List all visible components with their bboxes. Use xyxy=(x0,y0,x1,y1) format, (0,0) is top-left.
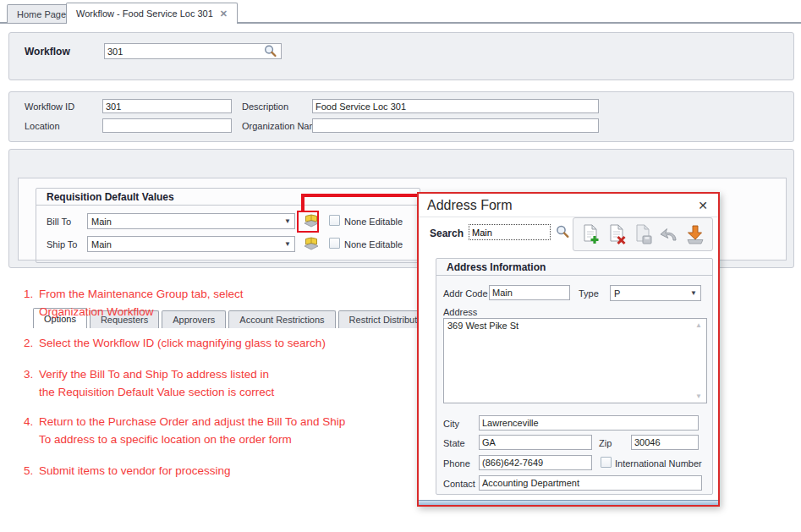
international-number-checkbox[interactable] xyxy=(601,457,612,468)
requisition-default-values-group: Requisition Default Values Bill To Main … xyxy=(36,188,420,263)
type-label: Type xyxy=(579,288,599,299)
phone-label: Phone xyxy=(443,458,470,469)
workflow-id-label: Workflow ID xyxy=(25,101,74,112)
ship-to-value: Main xyxy=(91,239,281,250)
bill-to-label: Bill To xyxy=(47,217,71,227)
workflow-search-input[interactable] xyxy=(104,43,282,59)
international-number-label: International Number xyxy=(615,458,702,469)
annotation-connector-vertical xyxy=(301,194,304,211)
zip-input[interactable] xyxy=(631,435,699,450)
search-icon[interactable] xyxy=(263,44,277,62)
state-label: State xyxy=(443,438,465,448)
description-input[interactable] xyxy=(312,99,599,113)
tab-home-page-label: Home Page xyxy=(17,9,66,19)
instruction-1: 1. From the Maintenance Group tab, selec… xyxy=(24,285,244,321)
address-textarea[interactable]: 369 West Pike St xyxy=(443,318,707,403)
zip-label: Zip xyxy=(599,438,612,448)
workflow-search-label: Workflow xyxy=(25,46,70,58)
contact-label: Contact xyxy=(443,479,475,489)
new-record-icon[interactable] xyxy=(579,222,601,247)
instruction-1-text: From the Maintenance Group tab, select O… xyxy=(39,285,244,321)
instruction-4-text: Return to the Purchase Order and adjust … xyxy=(39,413,345,448)
contact-input[interactable] xyxy=(479,475,702,491)
instruction-1-number: 1. xyxy=(24,285,39,321)
address-label: Address xyxy=(443,307,477,317)
tab-account-restrictions-label: Account Restrictions xyxy=(239,315,324,325)
scroll-down-icon[interactable]: ▼ xyxy=(695,392,702,400)
location-label: Location xyxy=(25,121,60,131)
ship-to-address-book-icon[interactable] xyxy=(302,235,321,255)
type-value: P xyxy=(614,288,687,299)
instruction-3: 3. Verify the Bill To and Ship To addres… xyxy=(24,365,274,401)
instruction-4-number: 4. xyxy=(24,413,39,448)
addr-code-input[interactable] xyxy=(489,285,570,300)
organization-name-label: Organization Name xyxy=(242,121,322,131)
import-icon[interactable] xyxy=(684,222,707,247)
dialog-close-icon[interactable]: ✕ xyxy=(698,199,708,212)
dialog-search-icon[interactable] xyxy=(555,224,570,243)
tab-close-icon[interactable]: ✕ xyxy=(220,8,228,19)
requisition-group-title: Requisition Default Values xyxy=(36,189,420,206)
location-input[interactable] xyxy=(102,118,232,133)
address-form-dialog: Address Form ✕ Search Addr xyxy=(417,192,720,507)
address-information-title-text: Address Information xyxy=(447,261,546,273)
type-combobox[interactable]: P ▼ xyxy=(610,285,701,301)
scroll-up-icon[interactable]: ▲ xyxy=(695,321,702,329)
address-information-group: Address Information Addr Code Type P ▼ A… xyxy=(436,258,713,495)
chevron-down-icon[interactable]: ▼ xyxy=(284,240,291,248)
city-label: City xyxy=(443,419,459,429)
delete-record-icon[interactable] xyxy=(605,222,628,247)
requisition-group-title-text: Requisition Default Values xyxy=(47,191,174,203)
instruction-3-number: 3. xyxy=(24,365,39,401)
workflow-search-panel: Workflow xyxy=(8,32,794,80)
ship-to-none-editable-checkbox[interactable] xyxy=(329,238,340,249)
instruction-2: 2. Select the Workflow ID (click magnify… xyxy=(24,334,326,352)
tab-account-restrictions[interactable]: Account Restrictions xyxy=(228,310,335,328)
dialog-search-input[interactable] xyxy=(469,224,551,240)
undo-icon[interactable] xyxy=(658,222,681,247)
bill-to-value: Main xyxy=(91,217,281,227)
phone-input[interactable] xyxy=(479,455,592,470)
ship-to-label: Ship To xyxy=(47,239,78,250)
instruction-2-text: Select the Workflow ID (click magnifying… xyxy=(39,334,326,352)
dialog-toolbar xyxy=(573,217,713,251)
instruction-5-number: 5. xyxy=(24,462,39,480)
chevron-down-icon[interactable]: ▼ xyxy=(284,217,291,225)
save-record-icon[interactable] xyxy=(631,222,654,247)
instruction-4: 4. Return to the Purchase Order and adju… xyxy=(24,413,345,448)
tab-workflow-label: Workflow - Food Service Loc 301 xyxy=(76,8,213,19)
bill-to-combobox[interactable]: Main ▼ xyxy=(87,213,295,229)
tab-workflow[interactable]: Workflow - Food Service Loc 301 ✕ xyxy=(66,3,238,24)
dialog-title: Address Form xyxy=(427,198,512,213)
state-input[interactable] xyxy=(479,435,592,450)
instruction-5: 5. Submit items to vendor for processing xyxy=(24,462,231,480)
bill-to-none-editable-label: None Editable xyxy=(344,217,403,227)
workflow-id-input[interactable] xyxy=(102,99,232,113)
city-input[interactable] xyxy=(479,415,699,431)
ship-to-none-editable-label: None Editable xyxy=(344,239,403,250)
instruction-2-number: 2. xyxy=(24,334,39,352)
instruction-3-text: Verify the Bill To and Ship To address l… xyxy=(39,365,274,401)
organization-name-input[interactable] xyxy=(312,118,599,133)
description-label: Description xyxy=(242,101,288,112)
annotation-connector-horizontal xyxy=(301,194,419,197)
instruction-5-text: Submit items to vendor for processing xyxy=(39,462,231,480)
ship-to-combobox[interactable]: Main ▼ xyxy=(87,236,295,252)
annotation-highlight-box xyxy=(297,211,319,233)
chevron-down-icon[interactable]: ▼ xyxy=(690,289,697,297)
address-information-title: Address Information xyxy=(436,259,712,276)
dialog-search-label: Search xyxy=(430,228,464,239)
dialog-resize-bar[interactable] xyxy=(419,500,718,505)
workflow-details-panel: Workflow ID Description Location Organiz… xyxy=(8,91,794,142)
application-window: Home Page Workflow - Food Service Loc 30… xyxy=(0,0,801,532)
addr-code-label: Addr Code xyxy=(443,288,488,299)
bill-to-none-editable-checkbox[interactable] xyxy=(329,215,340,226)
